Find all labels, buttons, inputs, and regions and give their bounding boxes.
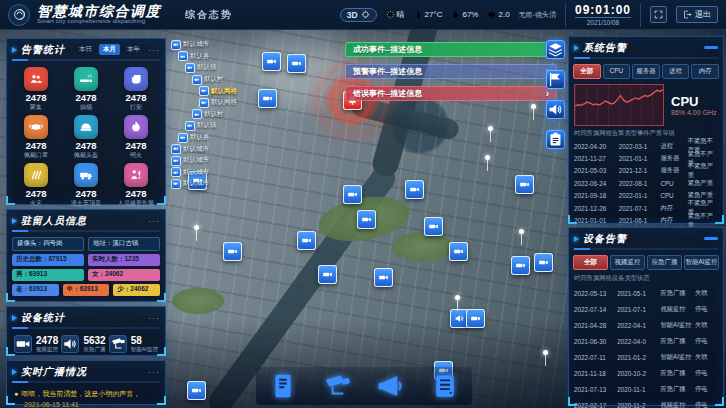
more-menu-icon[interactable]: ··· <box>148 218 160 224</box>
map-marker[interactable] <box>343 185 362 204</box>
map-marker[interactable] <box>223 242 242 261</box>
device-type-icon <box>61 335 79 353</box>
scroll-indicator[interactable] <box>704 46 718 49</box>
rail-button[interactable] <box>546 70 565 89</box>
table-row[interactable]: 2021-11-18 2020-10-2 应急广播 停电 <box>574 365 718 381</box>
layer-tree-item[interactable]: 默认城市 <box>171 178 237 190</box>
device-stat-item[interactable]: 58 智能AI监控 <box>109 335 158 353</box>
system-alarm-tab[interactable]: 内存 <box>691 64 719 79</box>
table-row[interactable]: 2021-04-28 2022-04-1 智能AI监控 失联 <box>574 317 718 333</box>
fullscreen-button[interactable] <box>650 6 667 23</box>
alarm-stat-cell[interactable]: 2478 抽烟 <box>61 67 111 112</box>
event-toast[interactable]: 预警事件--描述信息 › <box>345 64 557 79</box>
mode-3d-toggle[interactable]: 3D <box>340 8 377 22</box>
device-alarm-tab[interactable]: 智能AI监控 <box>684 255 719 270</box>
layer-tree-item[interactable]: 默认县 <box>171 132 237 144</box>
table-row[interactable]: 2022-06-24 2022-08-1 CPU 紧急严重 <box>574 177 718 189</box>
table-row[interactable]: 2022-07-14 2021-07-1 视频监控 停电 <box>574 301 718 317</box>
map-marker[interactable] <box>405 180 424 199</box>
period-tab[interactable]: 本年 <box>123 44 144 55</box>
poi-dot[interactable] <box>531 104 536 109</box>
event-toast[interactable]: 错误事件--描述信息 › <box>345 86 557 101</box>
poi-dot[interactable] <box>519 229 524 234</box>
system-alarm-tab[interactable]: 全部 <box>573 64 601 79</box>
device-count: 58 <box>131 335 158 346</box>
table-row[interactable]: 2021-06-30 2022-04-0 应急广播 停电 <box>574 333 718 349</box>
table-row[interactable]: 2021-07-13 2020-11-1 应急广播 停电 <box>574 381 718 397</box>
rail-button[interactable] <box>546 100 565 119</box>
poi-dot[interactable] <box>485 155 490 160</box>
device-alarm-tab[interactable]: 全部 <box>573 255 608 270</box>
event-toast[interactable]: 成功事件--描述信息 › <box>345 42 557 57</box>
layer-tree-item[interactable]: 默认镇 <box>171 120 237 132</box>
layer-tree-item[interactable]: 默认城市 <box>171 155 237 167</box>
map-marker[interactable] <box>357 210 376 229</box>
alarm-stat-cell[interactable]: 2478 聚集 <box>11 67 61 112</box>
panel-live-broadcast: 实时广播情况 ··· ●喂喂，我当前清楚，这是小明的声音， 2021-06-15… <box>6 360 166 405</box>
layer-tree-item[interactable]: 默认城市 <box>171 167 237 179</box>
alarm-stat-cell[interactable]: 2478 人员越界告警 <box>111 163 161 208</box>
table-row[interactable]: 2022-07-11 2021-01-2 智能AI监控 失联 <box>574 349 718 365</box>
exit-button[interactable]: 退出 <box>676 6 718 23</box>
alarm-stat-cell[interactable]: 2478 火灾 <box>11 163 61 208</box>
device-alarm-tabs: 全部视频监控应急广播智能AI监控 <box>569 253 723 272</box>
toolbar-button[interactable] <box>376 371 406 401</box>
scroll-indicator[interactable] <box>704 237 718 240</box>
system-alarm-tab[interactable]: CPU <box>603 64 631 79</box>
system-alarm-tab[interactable]: 服务器 <box>632 64 660 79</box>
more-menu-icon[interactable]: ··· <box>148 369 160 375</box>
map-marker[interactable] <box>511 256 530 275</box>
system-alarm-tab[interactable]: 进程 <box>662 64 690 79</box>
map-marker[interactable] <box>374 268 393 287</box>
table-row[interactable]: 2022-02-17 2020-11-2 视频监控 停电 <box>574 397 718 408</box>
layer-tree-item[interactable]: 默认村 <box>171 74 237 86</box>
table-row[interactable]: 2022-05-13 2021-05-1 应急广播 失联 <box>574 285 718 301</box>
period-tab[interactable]: 本月 <box>99 44 120 55</box>
table-row[interactable]: 2021-01-01 2021-06-1 内存 紧急不严重 <box>574 214 718 226</box>
map-marker[interactable] <box>318 265 337 284</box>
table-row[interactable]: 2021-05-03 2021-12-1 服务器 不紧急严重 <box>574 165 718 177</box>
map-marker[interactable] <box>449 242 468 261</box>
layer-tree-item[interactable]: 默认城市 <box>171 39 237 51</box>
layer-tree-label: 默认城市 <box>183 156 209 165</box>
map-marker[interactable] <box>466 309 485 328</box>
device-alarm-tab[interactable]: 视频监控 <box>610 255 645 270</box>
period-tab[interactable]: 本日 <box>75 44 96 55</box>
layer-tree-item[interactable]: 默认网格 <box>171 85 237 97</box>
map-marker[interactable] <box>262 52 281 71</box>
map-marker[interactable] <box>297 231 316 250</box>
poi-dot[interactable] <box>455 295 460 300</box>
device-alarm-tab[interactable]: 应急广播 <box>647 255 682 270</box>
toolbar-button[interactable] <box>268 371 298 401</box>
layer-tree-item[interactable]: 默认城市 <box>171 143 237 155</box>
map-marker[interactable] <box>187 381 206 400</box>
tab-overview[interactable]: 综合态势 <box>185 8 233 22</box>
alarm-stat-cell[interactable]: 2478 打架 <box>111 67 161 112</box>
toolbar-icon <box>430 371 460 401</box>
alarm-stat-cell[interactable]: 2478 明火 <box>111 115 161 160</box>
poi-dot[interactable] <box>543 350 548 355</box>
rail-button[interactable] <box>546 130 565 149</box>
more-menu-icon[interactable]: ··· <box>148 315 160 321</box>
alarm-stat-cell[interactable]: 2478 佩戴头盔 <box>61 115 111 160</box>
map-marker[interactable] <box>424 217 443 236</box>
map-marker[interactable] <box>534 253 553 272</box>
alarm-stat-cell[interactable]: 2478 佩戴口罩 <box>11 115 61 160</box>
rail-button[interactable] <box>546 40 565 59</box>
map-marker[interactable] <box>258 89 277 108</box>
more-menu-icon[interactable]: ··· <box>148 47 160 53</box>
map-marker[interactable] <box>287 54 306 73</box>
toolbar-button[interactable] <box>430 371 460 401</box>
camera-icon <box>171 167 181 177</box>
layer-tree-item[interactable]: 默认镇 <box>171 62 237 74</box>
layer-tree-item[interactable]: 默认村 <box>171 109 237 121</box>
layer-tree-item[interactable]: 默认县 <box>171 51 237 63</box>
poi-dot[interactable] <box>194 225 199 230</box>
poi-dot[interactable] <box>488 126 493 131</box>
map-marker[interactable] <box>515 175 534 194</box>
alarm-stat-cell[interactable]: 2478 渣土车顶盖 <box>61 163 111 208</box>
device-stat-item[interactable]: 5632 应急广播 <box>61 335 105 353</box>
toolbar-button[interactable] <box>322 371 352 401</box>
device-stat-item[interactable]: 2478 视频监控 <box>14 335 58 353</box>
layer-tree-item[interactable]: 默认网格 <box>171 97 237 109</box>
